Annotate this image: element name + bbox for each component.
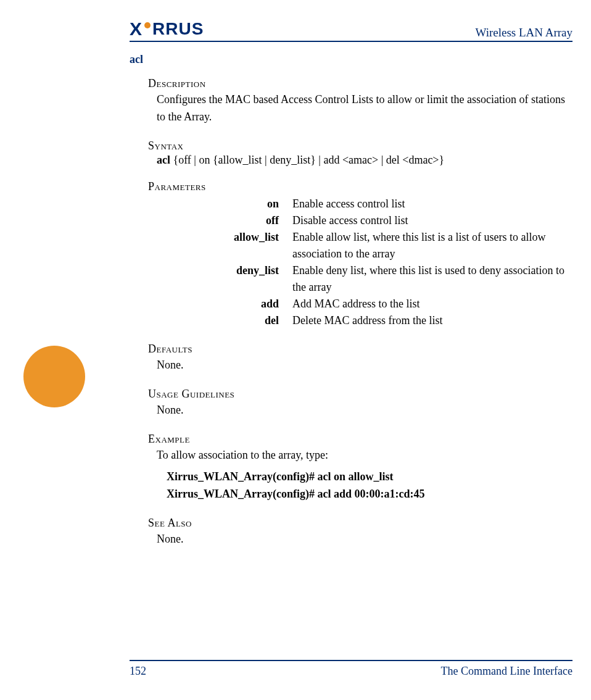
parameters-section: Parameters on Enable access control list… [148, 180, 572, 329]
syntax-cmd: acl [157, 154, 170, 166]
logo-letter: X [130, 19, 143, 40]
param-row: on Enable access control list [157, 196, 572, 212]
param-name: allow_list [157, 229, 292, 246]
param-name: on [157, 196, 292, 212]
section-tab-indicator [23, 346, 85, 407]
page-footer: 152 The Command Line Interface [130, 660, 572, 678]
param-name: add [157, 296, 292, 312]
description-section: Description Configures the MAC based Acc… [148, 77, 572, 126]
param-row: add Add MAC address to the list [157, 296, 572, 312]
chapter-title: The Command Line Interface [441, 665, 572, 678]
seealso-text: None. [157, 531, 572, 548]
example-intro: To allow association to the array, type: [157, 447, 572, 464]
example-line: Xirrus_WLAN_Array(config)# acl add 00:00… [167, 486, 572, 503]
parameters-label: Parameters [148, 180, 572, 193]
description-label: Description [148, 77, 572, 90]
syntax-rest: {off | on {allow_list | deny_list} | add… [170, 154, 444, 166]
param-desc: Add MAC address to the list [292, 296, 572, 312]
example-label: Example [148, 433, 572, 446]
parameters-table: on Enable access control list off Disabl… [157, 196, 572, 329]
example-section: Example To allow association to the arra… [148, 433, 572, 504]
seealso-section: See Also None. [148, 517, 572, 548]
document-title: Wireless LAN Array [475, 26, 572, 40]
param-row: allow_list Enable allow list, where this… [157, 229, 572, 262]
param-name: off [157, 212, 292, 229]
command-name: acl [130, 53, 572, 66]
syntax-text: acl {off | on {allow_list | deny_list} |… [157, 154, 572, 167]
param-desc: Enable allow list, where this list is a … [292, 229, 572, 262]
param-row: del Delete MAC address from the list [157, 312, 572, 329]
usage-section: Usage Guidelines None. [148, 388, 572, 419]
param-row: off Disable access control list [157, 212, 572, 229]
logo: X RRUS [130, 19, 204, 40]
param-desc: Enable deny list, where this list is use… [292, 262, 572, 296]
seealso-label: See Also [148, 517, 572, 530]
example-code: Xirrus_WLAN_Array(config)# acl on allow_… [167, 469, 572, 503]
usage-label: Usage Guidelines [148, 388, 572, 401]
param-name: del [157, 312, 292, 329]
defaults-text: None. [157, 357, 572, 374]
page-number: 152 [130, 665, 146, 678]
defaults-label: Defaults [148, 343, 572, 356]
defaults-section: Defaults None. [148, 343, 572, 374]
page-header: X RRUS Wireless LAN Array [130, 19, 572, 42]
usage-text: None. [157, 402, 572, 419]
description-text: Configures the MAC based Access Control … [157, 91, 572, 126]
logo-text: RRUS [152, 19, 204, 39]
param-desc: Disable access control list [292, 212, 572, 229]
param-desc: Enable access control list [292, 196, 572, 212]
param-row: deny_list Enable deny list, where this l… [157, 262, 572, 296]
syntax-label: Syntax [148, 140, 572, 152]
param-desc: Delete MAC address from the list [292, 312, 572, 329]
example-line: Xirrus_WLAN_Array(config)# acl on allow_… [167, 469, 572, 486]
param-name: deny_list [157, 262, 292, 279]
syntax-section: Syntax acl {off | on {allow_list | deny_… [148, 140, 572, 167]
page: X RRUS Wireless LAN Array acl Descriptio… [0, 0, 591, 700]
content: acl Description Configures the MAC based… [130, 53, 572, 548]
logo-dot-icon [144, 22, 151, 28]
